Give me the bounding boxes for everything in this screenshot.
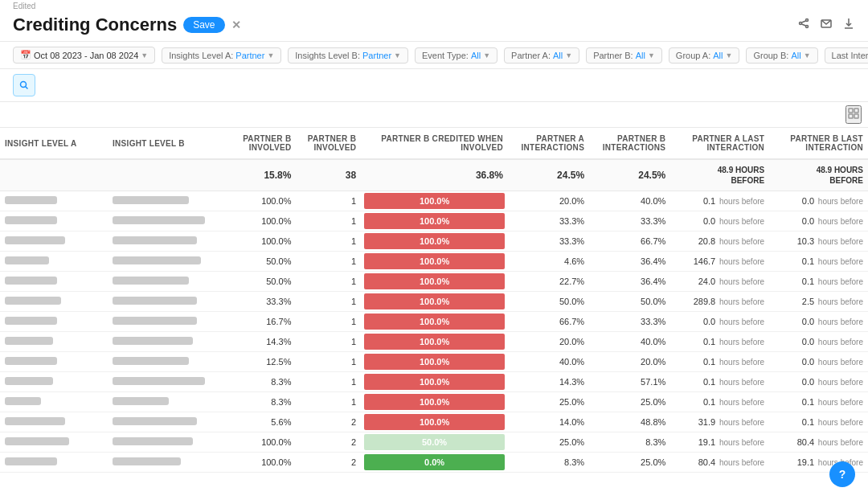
- partner-b-pct-cell: 100.0%: [224, 432, 296, 453]
- svg-point-8: [21, 82, 27, 88]
- group-a-chevron: ▼: [725, 51, 732, 59]
- calendar-icon: 📅: [20, 50, 31, 60]
- event-type-filter[interactable]: Event Type: All ▼: [415, 47, 497, 64]
- download-icon[interactable]: [842, 17, 855, 32]
- credited-cell: 50.0%: [361, 432, 508, 453]
- partner-b-pct-cell: 50.0%: [224, 272, 296, 292]
- close-button[interactable]: ✕: [231, 18, 241, 31]
- group-b-filter[interactable]: Group B: All ▼: [746, 47, 817, 64]
- partner-a-last-cell: 0.1 hours before: [670, 191, 769, 211]
- credited-cell: 100.0%: [361, 412, 508, 432]
- partner-a-chevron: ▼: [565, 51, 572, 59]
- credited-cell: 100.0%: [361, 211, 508, 232]
- partner-b-int-cell: 66.7%: [589, 232, 670, 252]
- partner-b-int-cell: 40.0%: [589, 191, 670, 211]
- partner-b-last-cell: 0.0 hours before: [769, 211, 868, 232]
- insights-a-filter[interactable]: Insights Level A: Partner ▼: [162, 47, 281, 64]
- col-header-insight-a: INSIGHT LEVEL A: [0, 128, 108, 159]
- partner-a-int-cell: 20.0%: [508, 191, 589, 211]
- col-header-credited: PARTNER B CREDITED WHEN INVOLVED: [361, 128, 508, 159]
- group-a-filter[interactable]: Group A: All ▼: [669, 47, 740, 64]
- insight-a-cell: [0, 392, 108, 412]
- page-title: Crediting Concerns: [13, 14, 177, 35]
- partner-a-int-cell: 33.3%: [508, 232, 589, 252]
- insight-b-cell: [108, 292, 224, 312]
- table-row: 100.0%1100.0%33.3%66.7%20.8 hours before…: [0, 232, 868, 252]
- partner-a-last-cell: 80.4 hours before: [670, 453, 769, 473]
- partner-b-pct-cell: 14.3%: [224, 332, 296, 352]
- partner-a-int-cell: 14.3%: [508, 372, 589, 392]
- partner-b-int-cell: 20.0%: [589, 352, 670, 372]
- partner-a-int-cell: 25.0%: [508, 432, 589, 453]
- col-header-partner-b-last: PARTNER B LAST INTERACTION: [769, 128, 868, 159]
- partner-b-last-cell: 0.1 hours before: [769, 252, 868, 272]
- partner-b-last-cell: 2.5 hours before: [769, 292, 868, 312]
- insight-b-cell: [108, 191, 224, 211]
- partner-a-last-cell: 289.8 hours before: [670, 292, 769, 312]
- svg-point-2: [806, 26, 809, 28]
- edited-label: Edited: [13, 2, 35, 10]
- partner-b-int-cell: 36.4%: [589, 252, 670, 272]
- insight-a-cell: [0, 453, 108, 473]
- partner-a-last-cell: 20.8 hours before: [670, 232, 769, 252]
- partner-a-int-cell: 8.3%: [508, 453, 589, 473]
- partner-a-last-cell: 0.0 hours before: [670, 211, 769, 232]
- partner-a-int-cell: 33.3%: [508, 211, 589, 232]
- partner-b-pct-cell: 100.0%: [224, 211, 296, 232]
- partner-b-num-cell: 2: [296, 453, 361, 473]
- insights-a-chevron: ▼: [267, 51, 274, 59]
- insight-a-cell: [0, 252, 108, 272]
- credited-cell: 100.0%: [361, 272, 508, 292]
- insight-b-cell: [108, 432, 224, 453]
- col-header-insight-b: INSIGHT LEVEL B: [108, 128, 224, 159]
- grid-settings-icon[interactable]: [845, 105, 862, 124]
- partner-b-int-cell: 57.1%: [589, 372, 670, 392]
- credited-cell: 100.0%: [361, 312, 508, 332]
- insight-b-cell: [108, 332, 224, 352]
- credited-cell: 100.0%: [361, 292, 508, 312]
- partner-b-last-cell: 0.0 hours before: [769, 352, 868, 372]
- share-icon[interactable]: [797, 17, 810, 32]
- date-range-chevron: ▼: [141, 51, 148, 59]
- email-icon[interactable]: [820, 17, 833, 32]
- col-header-partner-b-num: PARTNER B INVOLVED: [296, 128, 361, 159]
- partner-a-last-cell: 0.1 hours before: [670, 372, 769, 392]
- partner-b-pct-cell: 33.3%: [224, 292, 296, 312]
- partner-a-last-cell: 146.7 hours before: [670, 252, 769, 272]
- credited-cell: 100.0%: [361, 232, 508, 252]
- svg-rect-12: [849, 114, 853, 118]
- table-row: 14.3%1100.0%20.0%40.0%0.1 hours before0.…: [0, 332, 868, 352]
- col-header-partner-b-int: PARTNER B INTERACTIONS: [589, 128, 670, 159]
- search-button[interactable]: [13, 74, 35, 96]
- insight-a-cell: [0, 191, 108, 211]
- partner-b-filter[interactable]: Partner B: All ▼: [586, 47, 662, 64]
- partner-b-num-cell: 1: [296, 191, 361, 211]
- partner-a-filter[interactable]: Partner A: All ▼: [504, 47, 579, 64]
- partner-b-num-cell: 1: [296, 252, 361, 272]
- help-button[interactable]: ?: [829, 461, 855, 487]
- insight-b-cell: [108, 232, 224, 252]
- svg-point-1: [800, 23, 802, 25]
- save-button[interactable]: Save: [183, 17, 224, 33]
- insights-b-filter[interactable]: Insights Level B: Partner ▼: [288, 47, 408, 64]
- table-row: 12.5%1100.0%40.0%20.0%0.1 hours before0.…: [0, 352, 868, 372]
- credited-cell: 100.0%: [361, 352, 508, 372]
- summary-partner-b-num: 38: [296, 159, 361, 191]
- partner-b-last-cell: 0.1 hours before: [769, 412, 868, 432]
- partner-b-num-cell: 1: [296, 292, 361, 312]
- table-row: 8.3%1100.0%14.3%57.1%0.1 hours before0.0…: [0, 372, 868, 392]
- partner-b-int-cell: 40.0%: [589, 332, 670, 352]
- partner-a-int-cell: 20.0%: [508, 332, 589, 352]
- partner-a-last-cell: 0.1 hours before: [670, 392, 769, 412]
- date-range-value: Oct 08 2023 - Jan 08 2024: [34, 51, 138, 60]
- date-range-filter[interactable]: 📅 Oct 08 2023 - Jan 08 2024 ▼: [13, 47, 155, 64]
- col-header-partner-b-pct: PARTNER B INVOLVED: [224, 128, 296, 159]
- partner-b-num-cell: 1: [296, 332, 361, 352]
- table-row: 33.3%1100.0%50.0%50.0%289.8 hours before…: [0, 292, 868, 312]
- partner-b-num-cell: 1: [296, 372, 361, 392]
- svg-rect-11: [854, 109, 858, 113]
- table-row: 16.7%1100.0%66.7%33.3%0.0 hours before0.…: [0, 312, 868, 332]
- credited-cell: 100.0%: [361, 191, 508, 211]
- last-interaction-filter[interactable]: Last Interaction Diff (sec): All ▼: [825, 47, 868, 64]
- table-row: 100.0%1100.0%33.3%33.3%0.0 hours before0…: [0, 211, 868, 232]
